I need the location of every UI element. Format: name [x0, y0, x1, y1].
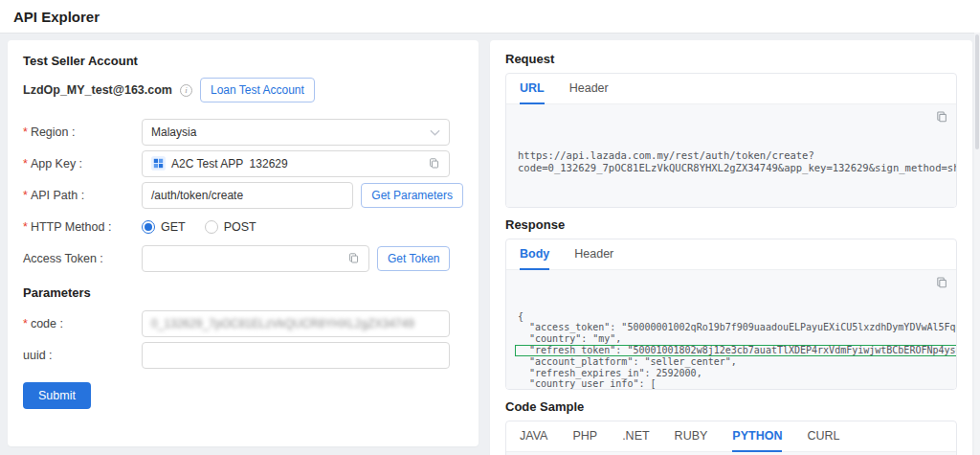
copy-icon[interactable] [347, 252, 360, 264]
api-path-value: /auth/token/create [151, 189, 243, 202]
app-header: API Explorer [0, 0, 980, 33]
code-param-value: 0_132629_7pOC81ELzVkQUCR8YHXL2gZX34749 [151, 317, 414, 330]
code-param-label: *code : [23, 317, 142, 330]
radio-unchecked-icon [205, 220, 218, 234]
tab-header[interactable]: Header [574, 239, 613, 270]
required-asterisk: * [23, 189, 28, 202]
radio-checked-icon [142, 220, 155, 234]
tab-ruby[interactable]: RUBY [675, 421, 708, 452]
page-scrollbar-thumb[interactable] [975, 34, 979, 149]
submit-button[interactable]: Submit [23, 382, 91, 409]
app-logo-icon [151, 156, 166, 171]
code-sample-title: Code Sample [505, 399, 957, 414]
access-token-input[interactable] [142, 245, 369, 272]
response-section: Response BodyHeader { "access_token": "5… [505, 217, 957, 390]
code-sample-tabs: JAVAPHP.NETRUBYPYTHONCURL [506, 421, 956, 452]
uuid-param-input[interactable] [142, 342, 450, 369]
page-title: API Explorer [13, 9, 100, 25]
main-area: Test Seller Account LzdOp_MY_test@163.co… [0, 33, 980, 455]
api-path-input[interactable]: /auth/token/create [142, 182, 353, 209]
app-key-row: *App Key : A2C Test APP 132629 [23, 149, 463, 177]
tab-java[interactable]: JAVA [520, 421, 547, 452]
page-scrollbar-track[interactable] [974, 33, 980, 455]
copy-icon[interactable] [428, 157, 440, 170]
app-key-value: A2C Test APP 132629 [171, 157, 288, 171]
account-row: LzdOp_MY_test@163.com i Loan Test Accoun… [23, 78, 463, 102]
http-method-post-radio[interactable]: POST [205, 220, 256, 234]
refresh-token-highlight: "refresh_token": "50001001802w8j12e3cb7a… [515, 345, 956, 357]
response-body-lines: { "access_token": "50000001002qRo19b7f90… [518, 311, 927, 389]
uuid-param-row: uuid : [23, 341, 463, 369]
tab-url[interactable]: URL [520, 74, 545, 104]
request-url-lines: https://api.lazada.com.my/rest/auth/toke… [518, 149, 927, 174]
loan-test-account-button[interactable]: Loan Test Account [200, 78, 315, 102]
api-path-row: *API Path : /auth/token/create Get Param… [23, 181, 463, 209]
result-panel: Request URLHeader https://api.lazada.com… [490, 40, 972, 455]
code-sample-section: Code Sample JAVAPHP.NETRUBYPYTHONCURL cl… [505, 399, 957, 455]
account-email: LzdOp_MY_test@163.com [23, 83, 172, 97]
request-url-code: https://api.lazada.com.my/rest/auth/toke… [506, 104, 956, 207]
tab-php[interactable]: PHP [572, 421, 597, 452]
code-param-row: *code : 0_132629_7pOC81ELzVkQUCR8YHXL2gZ… [23, 309, 463, 337]
http-method-get-radio[interactable]: GET [142, 220, 186, 234]
http-method-label: *HTTP Method : [23, 220, 142, 234]
chevron-down-icon [430, 125, 440, 139]
request-title: Request [505, 52, 957, 66]
region-select[interactable]: Malaysia [142, 119, 450, 146]
code-sample-panel: JAVAPHP.NETRUBYPYTHONCURL client = lazop… [505, 421, 957, 455]
app-key-label: *App Key : [23, 157, 142, 171]
region-value: Malaysia [151, 125, 196, 139]
http-method-get-label: GET [161, 220, 186, 234]
uuid-param-label: uuid : [23, 349, 142, 362]
http-method-post-label: POST [224, 220, 256, 234]
request-section: Request URLHeader https://api.lazada.com… [505, 52, 957, 208]
response-tabs: BodyHeader [506, 239, 956, 270]
get-token-button[interactable]: Get Token [377, 246, 450, 271]
required-asterisk: * [23, 157, 28, 171]
required-asterisk: * [23, 220, 28, 234]
http-method-row: *HTTP Method : GET POST [23, 213, 463, 240]
copy-icon[interactable] [862, 110, 948, 124]
tab-header[interactable]: Header [569, 74, 609, 104]
request-panel: URLHeader https://api.lazada.com.my/rest… [505, 73, 957, 208]
response-panel: BodyHeader { "access_token": "5000000100… [505, 239, 957, 390]
tab-net[interactable]: .NET [622, 421, 649, 452]
http-method-radio-group: GET POST [142, 220, 256, 234]
response-body-code: { "access_token": "50000001002qRo19b7f90… [506, 270, 956, 389]
app-key-field[interactable]: A2C Test APP 132629 [142, 150, 450, 177]
parameters-title: Parameters [23, 285, 463, 300]
info-icon[interactable]: i [180, 84, 192, 97]
region-label: *Region : [23, 125, 142, 139]
access-token-row: Access Token : Get Token [23, 244, 463, 272]
required-asterisk: * [23, 125, 28, 139]
tab-python[interactable]: PYTHON [732, 421, 782, 452]
access-token-label: Access Token : [23, 252, 142, 265]
tab-curl[interactable]: CURL [807, 421, 839, 452]
request-tabs: URLHeader [506, 74, 956, 104]
test-seller-account-title: Test Seller Account [23, 54, 463, 68]
region-row: *Region : Malaysia [23, 118, 463, 146]
required-asterisk: * [23, 317, 28, 330]
tab-body[interactable]: Body [520, 239, 549, 270]
copy-icon[interactable] [866, 276, 948, 289]
response-title: Response [505, 217, 957, 232]
request-config-panel: Test Seller Account LzdOp_MY_test@163.co… [8, 40, 479, 446]
code-param-input[interactable]: 0_132629_7pOC81ELzVkQUCR8YHXL2gZX34749 [142, 310, 450, 337]
api-path-label: *API Path : [23, 189, 142, 202]
get-parameters-button[interactable]: Get Parameters [361, 183, 463, 208]
